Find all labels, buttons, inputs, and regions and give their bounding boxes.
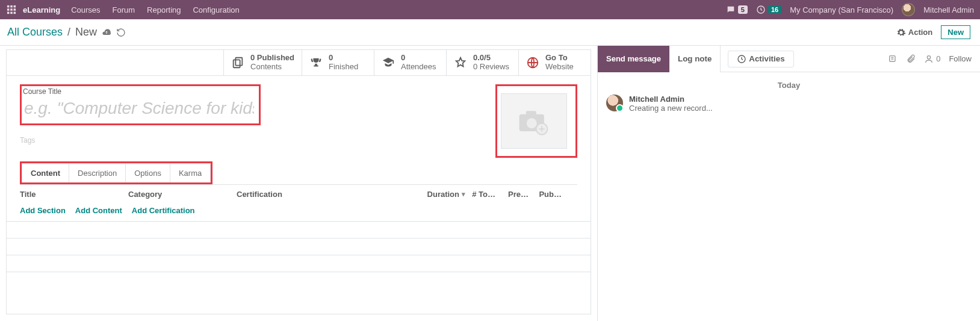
form-tabs: Content Description Options Karma [22,163,211,182]
stat-finished[interactable]: 0 Finished [302,50,374,75]
stat-reviews-line1: 0.0/5 [473,54,509,63]
clock-icon [756,5,766,15]
speech-bubble-icon [726,5,736,15]
activities-label: Activities [749,54,784,63]
avatar [606,95,623,111]
col-certification: Certification [237,190,423,199]
content-table-header: Title Category Certification Duration ▾ … [7,185,591,202]
stat-attendees[interactable]: 0 Attendees [374,50,446,75]
app-title: eLearning [23,5,60,14]
clock-icon [737,54,746,63]
stat-published-line1: 0 Published [250,54,294,63]
action-menu[interactable]: Action [896,27,932,37]
new-button[interactable]: New [941,25,970,39]
chatter-toolbar: Send message Log note Activities 0 [598,46,980,72]
stat-finished-line2: Finished [329,63,358,72]
tab-content[interactable]: Content [22,164,69,182]
tab-options[interactable]: Options [126,164,170,182]
trophy-icon [309,56,323,69]
top-navbar: eLearning Courses Forum Reporting Config… [0,0,980,19]
apps-icon[interactable] [6,4,17,15]
activities-button[interactable]: 16 [756,5,781,15]
stat-reviews[interactable]: 0.0/5 0 Reviews [446,50,518,75]
svg-point-19 [928,55,931,58]
col-category: Category [128,190,237,199]
menu-courses[interactable]: Courses [71,5,100,14]
star-icon [454,56,467,69]
followers-button[interactable]: 0 [924,54,940,64]
svg-rect-18 [890,55,895,61]
action-menu-label: Action [908,28,932,37]
add-content-link[interactable]: Add Content [75,206,122,215]
send-message-button[interactable]: Send message [598,46,669,72]
discuss-button[interactable]: 5 [726,5,748,15]
tab-karma[interactable]: Karma [170,164,210,182]
attachment-icon[interactable] [906,54,916,64]
menu-forum[interactable]: Forum [113,5,135,14]
add-certification-link[interactable]: Add Certification [132,206,195,215]
stat-finished-line1: 0 [329,54,358,63]
user-menu[interactable]: Mitchell Admin [923,5,974,14]
svg-rect-5 [14,8,16,11]
activities-badge: 16 [768,5,781,14]
annotation-tabs: Content Description Options Karma [20,161,212,184]
follow-button[interactable]: Follow [949,54,972,63]
stat-goto-website[interactable]: Go To Website [518,50,591,75]
annotation-course-title: Course Title [20,84,261,125]
breadcrumb-root[interactable]: All Courses [7,26,63,39]
company-switcher[interactable]: My Company (San Francisco) [790,5,893,14]
main-menu: Courses Forum Reporting Configuration [71,5,240,14]
content-add-links: Add Section Add Content Add Certificatio… [7,202,591,221]
tags-label[interactable]: Tags [20,136,481,145]
breadcrumb: All Courses / New [7,26,126,39]
chatter-log-entry: Mitchell Admin Creating a new record... [598,95,980,113]
svg-rect-4 [10,8,13,11]
col-publish: Pub… [539,190,562,199]
stat-published-contents[interactable]: 0 Published Contents [223,50,302,75]
menu-configuration[interactable]: Configuration [193,5,239,14]
save-cloud-icon[interactable] [102,28,111,37]
svg-rect-1 [10,5,13,8]
stat-website-line1: Go To [545,54,574,63]
breadcrumb-separator: / [67,26,70,39]
stat-reviews-line2: 0 Reviews [473,63,509,72]
log-author: Mitchell Admin [629,95,713,104]
svg-rect-3 [7,8,10,11]
menu-reporting[interactable]: Reporting [147,5,181,14]
col-preview: Pre… [508,190,529,199]
discuss-badge: 5 [738,5,748,14]
svg-rect-6 [7,12,10,14]
stat-attendees-line1: 0 [401,54,436,63]
svg-rect-10 [235,58,242,66]
svg-rect-8 [14,12,16,14]
discard-icon[interactable] [116,28,126,37]
globe-icon [526,56,539,69]
log-text: Creating a new record... [629,104,713,113]
log-note-button[interactable]: Log note [669,46,721,72]
graduation-cap-icon [382,56,395,69]
control-panel: All Courses / New Action New [0,19,980,46]
chatter-date-separator: Today [598,81,980,90]
svg-rect-11 [234,60,240,67]
activities-button[interactable]: Activities [728,51,793,67]
svg-point-15 [527,118,537,128]
add-section-link[interactable]: Add Section [20,206,66,215]
annotation-course-image [495,84,577,158]
tab-description[interactable]: Description [69,164,126,182]
breadcrumb-current: New [75,26,97,39]
stat-published-line2: Contents [250,63,294,72]
gear-icon [896,27,906,37]
svg-rect-14 [526,111,536,116]
col-total: # To… [472,190,495,199]
svg-rect-7 [10,12,13,14]
search-messages-icon[interactable] [888,54,898,64]
course-title-input[interactable] [23,98,255,119]
copy-icon [231,56,244,69]
chatter: Send message Log note Activities 0 [597,46,980,321]
chevron-down-icon[interactable]: ▾ [462,190,465,198]
svg-rect-2 [14,5,16,8]
stat-attendees-line2: Attendees [401,63,436,72]
avatar [902,3,915,16]
course-image-upload[interactable] [501,93,567,149]
stat-website-line2: Website [545,63,574,72]
